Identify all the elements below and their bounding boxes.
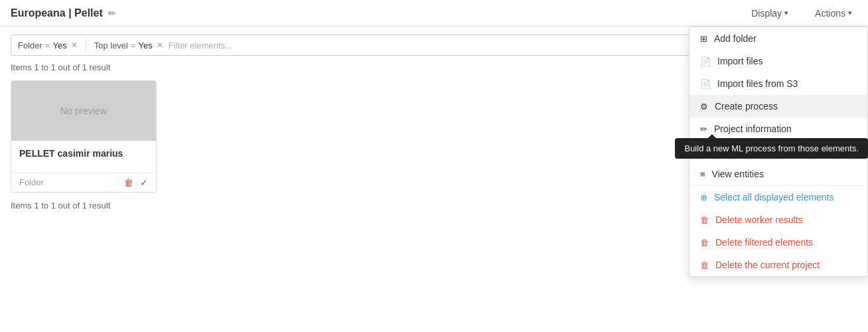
filter-val-folder: Yes: [52, 41, 66, 50]
add-folder-icon: ⊞: [700, 34, 707, 44]
main-area: Folder = Yes ✕ Top level = Yes ✕ Filter …: [0, 27, 868, 332]
dropdown-item-select-all[interactable]: ⊕Select all displayed elements: [689, 186, 867, 208]
create-process-tooltip: Build a new ML process from those elemen…: [675, 138, 868, 159]
filter-close-toplevel[interactable]: ✕: [157, 41, 163, 50]
display-chevron-icon: ▾: [784, 9, 788, 17]
import-files-label: Import files: [717, 56, 762, 66]
filter-val-toplevel: Yes: [139, 41, 153, 50]
card-delete-icon[interactable]: 🗑: [124, 177, 133, 188]
card-actions: 🗑 ✓: [124, 177, 148, 188]
actions-button[interactable]: Actions ▾: [810, 5, 857, 21]
delete-project-icon: 🗑: [700, 260, 709, 270]
filter-close-folder[interactable]: ✕: [71, 41, 78, 50]
header-left: Europeana | Pellet ✏: [11, 7, 116, 19]
edit-title-icon[interactable]: ✏: [108, 8, 116, 19]
create-process-icon: ⚙: [700, 102, 708, 112]
no-preview-text: No preview: [60, 106, 107, 116]
dropdown-item-import-files[interactable]: 📄Import files: [689, 50, 867, 72]
dropdown-item-import-files-s3[interactable]: 📄Import files from S3: [689, 72, 867, 95]
project-information-icon: ✏: [700, 124, 707, 134]
select-all-label: Select all displayed elements: [714, 192, 834, 203]
delete-project-label: Delete the current project: [715, 260, 820, 270]
filter-op-toplevel: =: [131, 41, 136, 50]
card-footer-label: Folder: [19, 177, 44, 187]
card-preview: No preview: [11, 81, 156, 141]
filter-tag-toplevel: Top level = Yes ✕: [94, 41, 163, 50]
select-all-icon: ⊕: [700, 193, 707, 203]
import-files-icon: 📄: [700, 56, 711, 66]
page-title: Europeana | Pellet: [11, 7, 103, 19]
project-information-label: Project information: [714, 124, 792, 134]
create-process-label: Create process: [715, 101, 778, 112]
dropdown-item-add-folder[interactable]: ⊞Add folder: [689, 27, 867, 50]
add-folder-label: Add folder: [714, 33, 757, 44]
view-entities-icon: ≡: [700, 169, 705, 179]
display-label: Display: [751, 8, 782, 19]
filter-key-toplevel: Top level: [94, 41, 128, 50]
filter-divider-1: [86, 39, 86, 51]
filter-key-folder: Folder: [18, 41, 42, 50]
dropdown-item-view-entities[interactable]: ≡View entities: [689, 163, 867, 185]
actions-label: Actions: [815, 8, 845, 19]
element-card: No preview PELLET casimir marius Folder …: [11, 80, 157, 193]
dropdown-item-create-process[interactable]: ⚙Create process: [689, 95, 867, 118]
delete-worker-label: Delete worker results: [715, 214, 803, 225]
dropdown-item-delete-worker[interactable]: 🗑Delete worker results: [689, 208, 867, 231]
import-files-s3-label: Import files from S3: [717, 78, 798, 89]
delete-filtered-label: Delete filtered elements: [715, 237, 813, 248]
actions-chevron-icon: ▾: [848, 9, 852, 17]
dropdown-item-delete-project[interactable]: 🗑Delete the current project: [689, 254, 867, 276]
filter-op-folder: =: [45, 41, 50, 50]
delete-worker-icon: 🗑: [700, 215, 709, 225]
display-button[interactable]: Display ▾: [746, 5, 794, 21]
card-title: PELLET casimir marius: [19, 147, 148, 161]
card-footer: Folder 🗑 ✓: [11, 173, 156, 192]
delete-filtered-icon: 🗑: [700, 238, 709, 248]
header: Europeana | Pellet ✏ Display ▾ Actions ▾: [0, 0, 868, 27]
view-entities-label: View entities: [712, 169, 764, 179]
filter-tag-folder: Folder = Yes ✕: [18, 41, 78, 50]
header-right: Display ▾ Actions ▾: [746, 5, 857, 21]
dropdown-item-delete-filtered[interactable]: 🗑Delete filtered elements: [689, 231, 867, 254]
tooltip-text: Build a new ML process from those elemen…: [684, 143, 859, 153]
card-check-icon[interactable]: ✓: [140, 177, 148, 188]
card-body: PELLET casimir marius: [11, 141, 156, 173]
import-files-s3-icon: 📄: [700, 79, 711, 89]
